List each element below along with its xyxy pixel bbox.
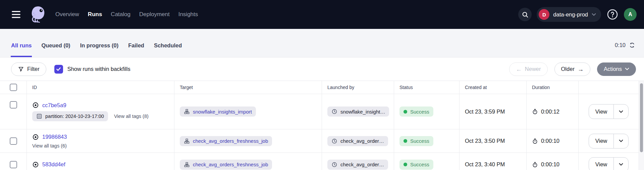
auto-refresh: 0:10 bbox=[615, 42, 635, 48]
runs-tabs: All runs Queued (0) In progress (0) Fail… bbox=[11, 42, 182, 57]
filter-button-label: Filter bbox=[27, 66, 40, 72]
runs-toolbar: Filter Show runs within backfills ← Newe… bbox=[0, 57, 644, 81]
tab-failed[interactable]: Failed bbox=[128, 42, 145, 57]
newer-button[interactable]: ← Newer bbox=[509, 62, 548, 76]
chevron-down-icon bbox=[625, 68, 629, 71]
dagster-logo-icon[interactable] bbox=[29, 5, 47, 24]
table-row: 19986843 View all tags (6) check_avg_ord… bbox=[0, 129, 639, 153]
chevron-down-icon bbox=[619, 163, 623, 166]
primary-nav: Overview Runs Catalog Deployment Insight… bbox=[55, 11, 198, 18]
table-row: 583dd4ef check_avg_orders_freshness_job … bbox=[0, 153, 639, 170]
target-job-label: check_avg_orders_freshness_job bbox=[193, 162, 268, 167]
clock-icon bbox=[331, 109, 337, 115]
nav-item-deployment[interactable]: Deployment bbox=[139, 11, 170, 18]
top-nav: Overview Runs Catalog Deployment Insight… bbox=[0, 0, 644, 29]
runs-page: Overview Runs Catalog Deployment Insight… bbox=[0, 0, 644, 170]
newer-button-label: Newer bbox=[525, 66, 541, 72]
chevron-down-icon bbox=[592, 13, 596, 16]
actions-button-label: Actions bbox=[604, 66, 622, 72]
user-avatar[interactable]: A bbox=[624, 8, 637, 21]
search-button[interactable] bbox=[518, 8, 532, 21]
success-dot-icon bbox=[404, 110, 407, 114]
search-icon bbox=[522, 11, 529, 18]
row-checkbox[interactable] bbox=[10, 101, 17, 109]
target-job-link[interactable]: check_avg_orders_freshness_job bbox=[180, 160, 272, 170]
launched-by-tag[interactable]: check_avg_order… bbox=[327, 160, 388, 170]
stopwatch-icon bbox=[532, 162, 538, 168]
view-dropdown-button[interactable] bbox=[613, 158, 628, 170]
row-checkbox[interactable] bbox=[10, 137, 17, 145]
launched-by-label: check_avg_order… bbox=[340, 162, 384, 167]
backfills-checkbox-label[interactable]: Show runs within backfills bbox=[67, 66, 130, 72]
run-status-icon bbox=[32, 161, 39, 168]
refresh-icon[interactable] bbox=[629, 42, 635, 48]
view-dropdown-button[interactable] bbox=[613, 134, 628, 148]
help-icon bbox=[606, 8, 619, 20]
deployment-badge: D bbox=[539, 9, 549, 20]
column-header-duration: Duration bbox=[527, 81, 579, 94]
vertical-scrollbar[interactable] bbox=[639, 81, 644, 170]
tab-queued[interactable]: Queued (0) bbox=[41, 42, 70, 57]
nav-item-runs[interactable]: Runs bbox=[88, 11, 102, 18]
status-label: Success bbox=[410, 109, 429, 115]
nav-item-insights[interactable]: Insights bbox=[178, 11, 198, 18]
view-dropdown-button[interactable] bbox=[613, 104, 628, 119]
backfills-checkbox[interactable] bbox=[54, 65, 63, 74]
nav-item-overview[interactable]: Overview bbox=[55, 11, 79, 18]
stopwatch-icon bbox=[532, 109, 538, 115]
chevron-down-icon bbox=[619, 110, 623, 113]
tab-in-progress[interactable]: In progress (0) bbox=[80, 42, 119, 57]
nav-item-catalog[interactable]: Catalog bbox=[111, 11, 130, 18]
refresh-countdown: 0:10 bbox=[615, 42, 626, 48]
created-at-value: Oct 23, 3:59 PM bbox=[465, 109, 505, 115]
duration-text: 0:00:10 bbox=[541, 138, 559, 144]
view-split-button: View bbox=[589, 134, 629, 148]
help-button[interactable] bbox=[606, 8, 619, 21]
target-job-link[interactable]: snowflake_insights_import bbox=[180, 107, 256, 117]
view-all-tags-link[interactable]: View all tags (6) bbox=[32, 143, 67, 148]
run-id-link[interactable]: 19986843 bbox=[42, 134, 67, 140]
check-icon bbox=[56, 66, 61, 72]
runs-table-header: ID Target Launched by Status Created at … bbox=[0, 81, 639, 94]
duration-text: 0:00:10 bbox=[541, 161, 559, 168]
launched-by-tag[interactable]: snowflake_insight… bbox=[327, 107, 389, 117]
run-status-icon bbox=[32, 134, 39, 140]
launched-by-tag[interactable]: check_avg_order… bbox=[327, 136, 388, 146]
deployment-switcher[interactable]: D data-eng-prod bbox=[537, 7, 601, 22]
deployment-name: data-eng-prod bbox=[553, 11, 588, 18]
run-id-link[interactable]: 583dd4ef bbox=[42, 161, 65, 168]
target-job-label: check_avg_orders_freshness_job bbox=[193, 138, 268, 144]
view-button[interactable]: View bbox=[589, 104, 613, 119]
job-icon bbox=[184, 109, 190, 115]
created-at-value: Oct 23, 3:40 PM bbox=[465, 161, 505, 168]
pagination-actions: ← Newer Older → Actions bbox=[509, 62, 636, 76]
run-id-link[interactable]: cc7be5a9 bbox=[42, 102, 66, 109]
duration-text: 0:00:12 bbox=[541, 109, 559, 115]
hamburger-menu-icon[interactable] bbox=[11, 9, 21, 19]
success-dot-icon bbox=[404, 163, 407, 166]
view-button[interactable]: View bbox=[589, 134, 613, 148]
column-header-id: ID bbox=[27, 81, 174, 94]
target-job-link[interactable]: check_avg_orders_freshness_job bbox=[180, 136, 272, 146]
tab-scheduled[interactable]: Scheduled bbox=[154, 42, 182, 57]
filter-button[interactable]: Filter bbox=[11, 62, 46, 76]
scrollbar-thumb[interactable] bbox=[640, 83, 643, 152]
job-icon bbox=[184, 138, 190, 144]
view-split-button: View bbox=[589, 104, 629, 119]
launched-by-label: check_avg_order… bbox=[340, 138, 384, 144]
runs-table: ID Target Launched by Status Created at … bbox=[0, 81, 639, 170]
run-status-icon bbox=[32, 102, 39, 109]
duration-value: 0:00:12 bbox=[532, 109, 559, 115]
job-icon bbox=[184, 162, 190, 168]
arrow-right-icon: → bbox=[578, 66, 584, 72]
select-all-checkbox[interactable] bbox=[10, 84, 17, 91]
view-button[interactable]: View bbox=[589, 158, 613, 170]
view-all-tags-link[interactable]: View all tags (8) bbox=[114, 114, 149, 119]
row-checkbox[interactable] bbox=[10, 161, 17, 168]
older-button[interactable]: Older → bbox=[554, 62, 590, 76]
tab-all-runs[interactable]: All runs bbox=[11, 42, 32, 57]
clock-icon bbox=[331, 138, 337, 144]
target-job-label: snowflake_insights_import bbox=[193, 109, 252, 115]
partition-tag[interactable]: partition: 2024-10-23-17:00 bbox=[32, 111, 108, 121]
actions-button[interactable]: Actions bbox=[597, 62, 636, 76]
